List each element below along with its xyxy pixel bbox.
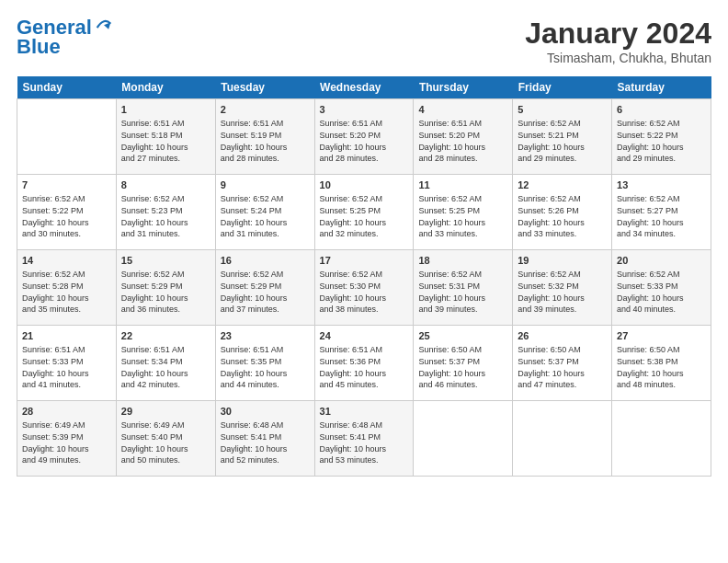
day-info: Daylight: 10 hours: [518, 368, 607, 380]
day-info: Daylight: 10 hours: [617, 293, 706, 304]
day-number: 25: [418, 329, 507, 343]
day-info: and 35 minutes.: [22, 304, 111, 316]
day-info: Daylight: 10 hours: [22, 217, 111, 229]
day-info: and 41 minutes.: [22, 379, 111, 391]
day-info: Daylight: 10 hours: [418, 142, 507, 154]
day-number: 22: [121, 329, 210, 343]
day-number: 6: [617, 103, 706, 117]
day-number: 23: [221, 329, 310, 343]
day-info: and 33 minutes.: [418, 228, 507, 240]
day-info: and 34 minutes.: [617, 228, 706, 240]
day-info: Sunrise: 6:50 AM: [617, 344, 706, 356]
col-saturday: Saturday: [612, 76, 711, 99]
calendar-cell: 25Sunrise: 6:50 AMSunset: 5:37 PMDayligh…: [414, 326, 513, 401]
day-info: and 42 minutes.: [121, 379, 210, 391]
calendar-cell: 3Sunrise: 6:51 AMSunset: 5:20 PMDaylight…: [314, 99, 414, 175]
day-info: Daylight: 10 hours: [121, 293, 210, 304]
day-info: Sunrise: 6:52 AM: [617, 193, 706, 205]
day-info: Sunset: 5:28 PM: [22, 281, 111, 293]
day-info: Sunset: 5:23 PM: [121, 205, 210, 217]
day-info: Sunrise: 6:52 AM: [617, 269, 706, 281]
day-info: Daylight: 10 hours: [221, 443, 310, 455]
calendar-cell: 14Sunrise: 6:52 AMSunset: 5:28 PMDayligh…: [17, 250, 117, 326]
day-info: Sunrise: 6:52 AM: [418, 193, 507, 205]
day-info: Sunset: 5:36 PM: [320, 356, 409, 368]
logo: General Blue: [17, 17, 114, 59]
day-number: 28: [22, 405, 111, 419]
day-number: 27: [617, 329, 706, 343]
calendar-cell: 4Sunrise: 6:51 AMSunset: 5:20 PMDaylight…: [414, 99, 513, 175]
day-info: Daylight: 10 hours: [320, 443, 409, 455]
day-number: 30: [221, 405, 310, 419]
calendar-week-row: 21Sunrise: 6:51 AMSunset: 5:33 PMDayligh…: [17, 326, 711, 401]
day-info: Sunset: 5:25 PM: [320, 205, 409, 217]
day-info: and 27 minutes.: [121, 153, 210, 165]
calendar-cell: [414, 401, 513, 477]
day-info: and 29 minutes.: [617, 153, 706, 165]
day-info: and 49 minutes.: [22, 454, 111, 466]
day-info: Sunset: 5:33 PM: [617, 281, 706, 293]
calendar-cell: 17Sunrise: 6:52 AMSunset: 5:30 PMDayligh…: [314, 250, 414, 326]
title-block: January 2024 Tsimasham, Chukha, Bhutan: [525, 17, 711, 65]
day-info: Sunrise: 6:51 AM: [22, 344, 111, 356]
day-info: Sunrise: 6:49 AM: [121, 419, 210, 431]
day-info: and 28 minutes.: [221, 153, 310, 165]
day-number: 16: [221, 254, 310, 268]
day-number: 4: [418, 103, 507, 117]
calendar-cell: 13Sunrise: 6:52 AMSunset: 5:27 PMDayligh…: [612, 175, 711, 250]
calendar-cell: 27Sunrise: 6:50 AMSunset: 5:38 PMDayligh…: [612, 326, 711, 401]
calendar-container: General Blue January 2024 Tsimasham, Chu…: [0, 0, 728, 486]
day-info: Daylight: 10 hours: [121, 443, 210, 455]
day-number: 9: [221, 178, 310, 192]
day-info: Sunset: 5:41 PM: [320, 431, 409, 443]
day-info: Sunset: 5:33 PM: [22, 356, 111, 368]
calendar-cell: 21Sunrise: 6:51 AMSunset: 5:33 PMDayligh…: [17, 326, 117, 401]
day-info: Sunset: 5:26 PM: [518, 205, 607, 217]
day-info: Sunrise: 6:52 AM: [617, 118, 706, 130]
day-info: Sunset: 5:22 PM: [617, 130, 706, 142]
day-number: 12: [518, 178, 607, 192]
day-info: Sunset: 5:38 PM: [617, 356, 706, 368]
calendar-cell: 29Sunrise: 6:49 AMSunset: 5:40 PMDayligh…: [116, 401, 215, 477]
calendar-cell: 8Sunrise: 6:52 AMSunset: 5:23 PMDaylight…: [116, 175, 215, 250]
day-number: 13: [617, 178, 706, 192]
calendar-week-row: 1Sunrise: 6:51 AMSunset: 5:18 PMDaylight…: [17, 99, 711, 175]
day-info: Sunset: 5:21 PM: [518, 130, 607, 142]
day-info: Sunset: 5:18 PM: [121, 130, 210, 142]
month-title: January 2024: [525, 17, 711, 51]
day-info: and 38 minutes.: [320, 304, 409, 316]
day-info: and 28 minutes.: [418, 153, 507, 165]
day-info: Sunrise: 6:48 AM: [221, 419, 310, 431]
day-info: and 45 minutes.: [320, 379, 409, 391]
day-info: and 39 minutes.: [518, 304, 607, 316]
day-info: Daylight: 10 hours: [22, 443, 111, 455]
day-number: 1: [121, 103, 210, 117]
day-info: and 30 minutes.: [22, 228, 111, 240]
location: Tsimasham, Chukha, Bhutan: [525, 51, 711, 65]
day-info: Daylight: 10 hours: [121, 142, 210, 154]
day-info: Sunrise: 6:51 AM: [320, 344, 409, 356]
day-number: 15: [121, 254, 210, 268]
day-info: Sunset: 5:25 PM: [418, 205, 507, 217]
day-info: Sunset: 5:30 PM: [320, 281, 409, 293]
calendar-cell: 11Sunrise: 6:52 AMSunset: 5:25 PMDayligh…: [414, 175, 513, 250]
calendar-cell: [17, 99, 117, 175]
day-info: and 40 minutes.: [617, 304, 706, 316]
day-info: Daylight: 10 hours: [221, 293, 310, 304]
day-info: Sunrise: 6:52 AM: [221, 193, 310, 205]
calendar-cell: 1Sunrise: 6:51 AMSunset: 5:18 PMDaylight…: [116, 99, 215, 175]
calendar-week-row: 28Sunrise: 6:49 AMSunset: 5:39 PMDayligh…: [17, 401, 711, 477]
day-info: Daylight: 10 hours: [221, 142, 310, 154]
calendar-cell: 6Sunrise: 6:52 AMSunset: 5:22 PMDaylight…: [612, 99, 711, 175]
day-info: Daylight: 10 hours: [320, 217, 409, 229]
day-info: Daylight: 10 hours: [121, 217, 210, 229]
day-number: 2: [221, 103, 310, 117]
header: General Blue January 2024 Tsimasham, Chu…: [17, 17, 711, 65]
calendar-cell: 15Sunrise: 6:52 AMSunset: 5:29 PMDayligh…: [116, 250, 215, 326]
day-info: Sunset: 5:34 PM: [121, 356, 210, 368]
calendar-cell: 16Sunrise: 6:52 AMSunset: 5:29 PMDayligh…: [215, 250, 314, 326]
day-info: Sunset: 5:22 PM: [22, 205, 111, 217]
col-tuesday: Tuesday: [215, 76, 314, 99]
day-info: Sunset: 5:24 PM: [221, 205, 310, 217]
day-info: Daylight: 10 hours: [418, 368, 507, 380]
